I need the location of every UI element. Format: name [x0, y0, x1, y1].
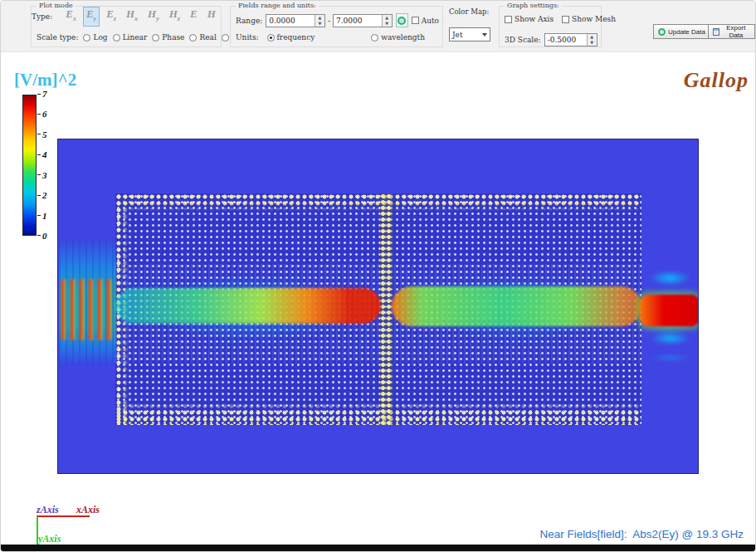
- viewer-canvas: [V/m]^2 7 6 5 4 3 2 1 0 Gallop: [1, 53, 755, 546]
- colorbar-tick: 5: [37, 130, 47, 139]
- scale-radio-real[interactable]: Real: [189, 33, 216, 42]
- beam-left-segment: [115, 288, 381, 324]
- range-row: Range: 0.0000 ▲▼ - 7.0000 ▲▼ Auto: [236, 13, 439, 27]
- exit-lobe-bottom: [641, 330, 699, 348]
- x-axis-label: xAxis: [76, 504, 100, 516]
- mesh-bottom-boundary: [115, 403, 641, 425]
- gallop-logo: Gallop: [684, 68, 749, 93]
- scale-3d-input[interactable]: -0.5000 ▲▼: [544, 33, 597, 46]
- radio-icon: [222, 34, 229, 42]
- export-data-button[interactable]: Export Data: [708, 24, 755, 39]
- colorbar-tick: 7: [37, 90, 47, 98]
- type-option-hx[interactable]: Hx: [123, 7, 141, 27]
- colorbar-unit-label: [V/m]^2: [14, 70, 76, 90]
- chevron-down-icon: [482, 33, 487, 37]
- colorbar: [22, 95, 37, 236]
- exit-lobe-bottom-faint: [641, 352, 699, 364]
- update-data-button[interactable]: Update Data: [653, 24, 710, 39]
- color-map-group: Color Map: Jet: [449, 6, 495, 47]
- plot-mode-group: Plot mode Type: Ex Ey Ez Hx Hy Hz E H Sc…: [31, 6, 222, 47]
- range-min-value: 0.0000: [266, 15, 315, 27]
- scale-radio-linear[interactable]: Linear: [113, 33, 148, 42]
- exit-lobe-top: [641, 267, 699, 289]
- toolbar: Plot mode Type: Ex Ey Ez Hx Hy Hz E H Sc…: [1, 1, 755, 52]
- range-max-input[interactable]: 7.0000 ▲▼: [333, 14, 393, 27]
- colorbar-tick: 1: [37, 212, 47, 220]
- spin-up-icon[interactable]: ▲: [588, 34, 597, 40]
- graph-settings-checkbox-row: Show Axis Show Mesh: [505, 15, 616, 23]
- beam-right-segment: [392, 286, 641, 326]
- radio-checked-icon: [267, 34, 275, 42]
- graph-settings-title: Graph settings:: [505, 2, 562, 9]
- type-label: Type:: [32, 12, 52, 21]
- type-option-h[interactable]: H: [204, 7, 219, 27]
- y-axis-label: yAxis: [38, 533, 61, 545]
- range-min-input[interactable]: 0.0000 ▲▼: [266, 14, 325, 27]
- mesh-top-boundary: [115, 193, 641, 211]
- type-option-ez[interactable]: Ez: [103, 7, 119, 27]
- plot-mode-title: Plot mode: [37, 2, 76, 9]
- radio-icon: [152, 34, 159, 42]
- export-file-icon: [713, 28, 719, 36]
- spin-up-icon[interactable]: ▲: [315, 15, 324, 21]
- type-option-e[interactable]: E: [187, 7, 201, 27]
- radio-icon: [371, 34, 378, 42]
- units-row: Units: frequency wavelength: [236, 33, 425, 42]
- z-axis-label: zAxis: [37, 504, 59, 516]
- type-option-ey[interactable]: Ey: [83, 7, 100, 27]
- type-option-hz[interactable]: Hz: [166, 7, 183, 27]
- color-map-title: Color Map:: [449, 7, 489, 16]
- scale-type-label: Scale type:: [37, 33, 78, 42]
- spin-down-icon[interactable]: ▼: [383, 21, 392, 27]
- colorbar-tick: 4: [37, 150, 47, 159]
- scale-3d-label: 3D Scale:: [505, 36, 541, 44]
- spin-up-icon[interactable]: ▲: [383, 15, 392, 21]
- units-label: Units:: [236, 33, 259, 42]
- checkbox-icon: [505, 16, 512, 23]
- checkbox-icon: [562, 16, 569, 23]
- type-option-hy[interactable]: Hy: [144, 7, 163, 27]
- graph-settings-group: Graph settings: Show Axis Show Mesh 3D S…: [499, 6, 602, 47]
- range-label: Range:: [236, 17, 262, 25]
- radio-icon: [189, 34, 197, 42]
- exit-beam: [640, 295, 699, 326]
- colorbar-tick: 6: [37, 110, 47, 118]
- units-radio-wavelength[interactable]: wavelength: [371, 33, 425, 42]
- colorbar-ticks: 7 6 5 4 3 2 1 0: [37, 90, 47, 240]
- radio-icon: [83, 34, 90, 42]
- radio-icon: [113, 34, 120, 42]
- color-map-select[interactable]: Jet: [449, 27, 490, 42]
- range-max-value: 7.0000: [334, 15, 382, 27]
- scale-radio-phase[interactable]: Phase: [152, 33, 184, 42]
- status-text: Near Fields[field]: Abs2(Ey) @ 19.3 GHz: [539, 528, 744, 540]
- range-separator: -: [328, 17, 330, 25]
- color-map-value: Jet: [452, 31, 463, 39]
- colorbar-tick: 3: [37, 171, 47, 179]
- app-window: Plot mode Type: Ex Ey Ez Hx Hy Hz E H Sc…: [0, 0, 756, 552]
- auto-checkbox[interactable]: Auto: [412, 17, 439, 25]
- range-min-spinner[interactable]: ▲▼: [315, 15, 324, 27]
- bottom-bar: [1, 545, 755, 551]
- colorbar-tick: 0: [37, 232, 47, 240]
- show-axis-checkbox[interactable]: Show Axis: [505, 15, 554, 23]
- fields-range-title: Fields range and units:: [236, 2, 319, 9]
- units-radio-frequency[interactable]: frequency: [267, 33, 315, 42]
- scale-radio-log[interactable]: Log: [83, 33, 107, 42]
- type-options: Ex Ey Ez Hx Hy Hz E H: [62, 7, 219, 27]
- scale-3d-value: -0.5000: [545, 34, 587, 46]
- fields-range-group: Fields range and units: Range: 0.0000 ▲▼…: [230, 6, 443, 47]
- field-plot[interactable]: [57, 139, 699, 474]
- show-mesh-checkbox[interactable]: Show Mesh: [562, 15, 616, 23]
- range-max-spinner[interactable]: ▲▼: [382, 15, 392, 27]
- update-circle-icon: [658, 28, 666, 36]
- scale-3d-row: 3D Scale: -0.5000 ▲▼: [505, 33, 597, 46]
- apply-range-button[interactable]: [396, 13, 408, 27]
- type-option-ex[interactable]: Ex: [62, 7, 80, 27]
- spin-down-icon[interactable]: ▼: [588, 40, 597, 46]
- refresh-circle-icon: [398, 17, 406, 25]
- spin-down-icon[interactable]: ▼: [315, 21, 324, 27]
- colorbar-tick: 2: [37, 191, 47, 199]
- type-row: Type: Ex Ey Ez Hx Hy Hz E H: [32, 7, 221, 27]
- scale-3d-spinner[interactable]: ▲▼: [587, 34, 597, 46]
- checkbox-icon: [412, 17, 419, 24]
